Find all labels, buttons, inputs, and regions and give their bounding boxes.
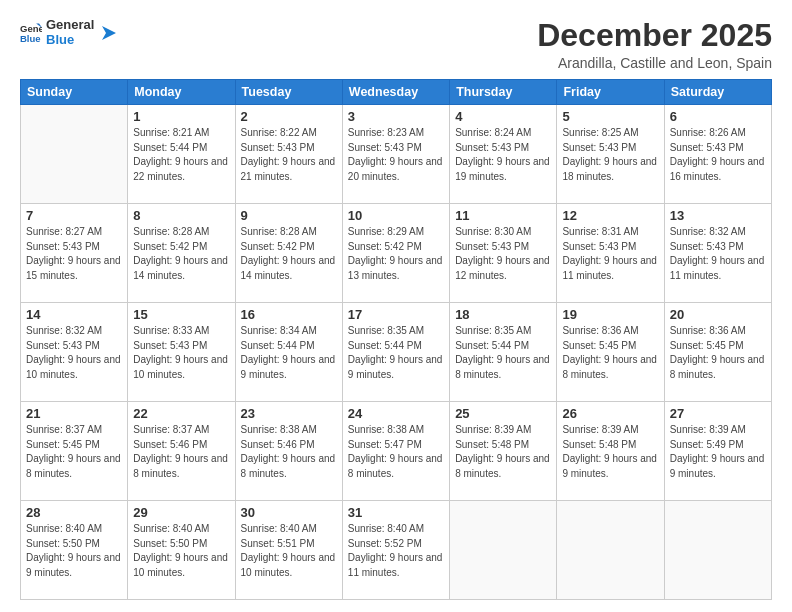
logo-blue: Blue (46, 33, 94, 48)
day-number: 1 (133, 109, 229, 124)
calendar-week-row: 1Sunrise: 8:21 AMSunset: 5:44 PMDaylight… (21, 105, 772, 204)
day-number: 17 (348, 307, 444, 322)
calendar-cell: 11Sunrise: 8:30 AMSunset: 5:43 PMDayligh… (450, 204, 557, 303)
weekday-header-sunday: Sunday (21, 80, 128, 105)
calendar-cell: 9Sunrise: 8:28 AMSunset: 5:42 PMDaylight… (235, 204, 342, 303)
cell-sun-info: Sunrise: 8:35 AMSunset: 5:44 PMDaylight:… (348, 324, 444, 382)
calendar-cell: 20Sunrise: 8:36 AMSunset: 5:45 PMDayligh… (664, 303, 771, 402)
location-subtitle: Arandilla, Castille and Leon, Spain (537, 55, 772, 71)
cell-sun-info: Sunrise: 8:31 AMSunset: 5:43 PMDaylight:… (562, 225, 658, 283)
calendar-cell: 28Sunrise: 8:40 AMSunset: 5:50 PMDayligh… (21, 501, 128, 600)
cell-sun-info: Sunrise: 8:33 AMSunset: 5:43 PMDaylight:… (133, 324, 229, 382)
cell-sun-info: Sunrise: 8:40 AMSunset: 5:52 PMDaylight:… (348, 522, 444, 580)
day-number: 28 (26, 505, 122, 520)
calendar-week-row: 14Sunrise: 8:32 AMSunset: 5:43 PMDayligh… (21, 303, 772, 402)
cell-sun-info: Sunrise: 8:25 AMSunset: 5:43 PMDaylight:… (562, 126, 658, 184)
calendar-cell: 8Sunrise: 8:28 AMSunset: 5:42 PMDaylight… (128, 204, 235, 303)
calendar-cell: 21Sunrise: 8:37 AMSunset: 5:45 PMDayligh… (21, 402, 128, 501)
calendar-week-row: 7Sunrise: 8:27 AMSunset: 5:43 PMDaylight… (21, 204, 772, 303)
calendar-cell: 10Sunrise: 8:29 AMSunset: 5:42 PMDayligh… (342, 204, 449, 303)
cell-sun-info: Sunrise: 8:28 AMSunset: 5:42 PMDaylight:… (133, 225, 229, 283)
calendar-table: SundayMondayTuesdayWednesdayThursdayFrid… (20, 79, 772, 600)
calendar-cell: 27Sunrise: 8:39 AMSunset: 5:49 PMDayligh… (664, 402, 771, 501)
day-number: 27 (670, 406, 766, 421)
day-number: 4 (455, 109, 551, 124)
calendar-cell: 17Sunrise: 8:35 AMSunset: 5:44 PMDayligh… (342, 303, 449, 402)
cell-sun-info: Sunrise: 8:24 AMSunset: 5:43 PMDaylight:… (455, 126, 551, 184)
calendar-cell (21, 105, 128, 204)
cell-sun-info: Sunrise: 8:36 AMSunset: 5:45 PMDaylight:… (670, 324, 766, 382)
day-number: 16 (241, 307, 337, 322)
cell-sun-info: Sunrise: 8:32 AMSunset: 5:43 PMDaylight:… (26, 324, 122, 382)
cell-sun-info: Sunrise: 8:39 AMSunset: 5:48 PMDaylight:… (455, 423, 551, 481)
page: General Blue General Blue December 2025 … (0, 0, 792, 612)
cell-sun-info: Sunrise: 8:32 AMSunset: 5:43 PMDaylight:… (670, 225, 766, 283)
calendar-cell: 16Sunrise: 8:34 AMSunset: 5:44 PMDayligh… (235, 303, 342, 402)
day-number: 12 (562, 208, 658, 223)
cell-sun-info: Sunrise: 8:40 AMSunset: 5:51 PMDaylight:… (241, 522, 337, 580)
calendar-cell: 24Sunrise: 8:38 AMSunset: 5:47 PMDayligh… (342, 402, 449, 501)
month-title: December 2025 (537, 18, 772, 53)
calendar-header-row: SundayMondayTuesdayWednesdayThursdayFrid… (21, 80, 772, 105)
svg-marker-3 (102, 26, 116, 40)
calendar-cell: 25Sunrise: 8:39 AMSunset: 5:48 PMDayligh… (450, 402, 557, 501)
calendar-cell: 15Sunrise: 8:33 AMSunset: 5:43 PMDayligh… (128, 303, 235, 402)
day-number: 26 (562, 406, 658, 421)
calendar-cell (450, 501, 557, 600)
calendar-cell: 14Sunrise: 8:32 AMSunset: 5:43 PMDayligh… (21, 303, 128, 402)
day-number: 13 (670, 208, 766, 223)
calendar-cell: 29Sunrise: 8:40 AMSunset: 5:50 PMDayligh… (128, 501, 235, 600)
calendar-cell: 4Sunrise: 8:24 AMSunset: 5:43 PMDaylight… (450, 105, 557, 204)
cell-sun-info: Sunrise: 8:27 AMSunset: 5:43 PMDaylight:… (26, 225, 122, 283)
calendar-cell: 3Sunrise: 8:23 AMSunset: 5:43 PMDaylight… (342, 105, 449, 204)
calendar-cell: 23Sunrise: 8:38 AMSunset: 5:46 PMDayligh… (235, 402, 342, 501)
day-number: 18 (455, 307, 551, 322)
calendar-cell: 22Sunrise: 8:37 AMSunset: 5:46 PMDayligh… (128, 402, 235, 501)
cell-sun-info: Sunrise: 8:21 AMSunset: 5:44 PMDaylight:… (133, 126, 229, 184)
cell-sun-info: Sunrise: 8:39 AMSunset: 5:48 PMDaylight:… (562, 423, 658, 481)
calendar-cell: 26Sunrise: 8:39 AMSunset: 5:48 PMDayligh… (557, 402, 664, 501)
calendar-cell: 18Sunrise: 8:35 AMSunset: 5:44 PMDayligh… (450, 303, 557, 402)
header: General Blue General Blue December 2025 … (20, 18, 772, 71)
calendar-cell: 31Sunrise: 8:40 AMSunset: 5:52 PMDayligh… (342, 501, 449, 600)
cell-sun-info: Sunrise: 8:22 AMSunset: 5:43 PMDaylight:… (241, 126, 337, 184)
title-block: December 2025 Arandilla, Castille and Le… (537, 18, 772, 71)
calendar-cell: 30Sunrise: 8:40 AMSunset: 5:51 PMDayligh… (235, 501, 342, 600)
day-number: 14 (26, 307, 122, 322)
cell-sun-info: Sunrise: 8:38 AMSunset: 5:47 PMDaylight:… (348, 423, 444, 481)
logo-arrow-icon (98, 24, 116, 42)
day-number: 3 (348, 109, 444, 124)
calendar-cell: 2Sunrise: 8:22 AMSunset: 5:43 PMDaylight… (235, 105, 342, 204)
day-number: 9 (241, 208, 337, 223)
day-number: 23 (241, 406, 337, 421)
day-number: 31 (348, 505, 444, 520)
cell-sun-info: Sunrise: 8:30 AMSunset: 5:43 PMDaylight:… (455, 225, 551, 283)
calendar-cell: 5Sunrise: 8:25 AMSunset: 5:43 PMDaylight… (557, 105, 664, 204)
day-number: 24 (348, 406, 444, 421)
logo-icon: General Blue (20, 22, 42, 44)
cell-sun-info: Sunrise: 8:34 AMSunset: 5:44 PMDaylight:… (241, 324, 337, 382)
cell-sun-info: Sunrise: 8:40 AMSunset: 5:50 PMDaylight:… (26, 522, 122, 580)
calendar-cell: 1Sunrise: 8:21 AMSunset: 5:44 PMDaylight… (128, 105, 235, 204)
day-number: 25 (455, 406, 551, 421)
weekday-header-friday: Friday (557, 80, 664, 105)
day-number: 10 (348, 208, 444, 223)
day-number: 11 (455, 208, 551, 223)
cell-sun-info: Sunrise: 8:38 AMSunset: 5:46 PMDaylight:… (241, 423, 337, 481)
cell-sun-info: Sunrise: 8:29 AMSunset: 5:42 PMDaylight:… (348, 225, 444, 283)
cell-sun-info: Sunrise: 8:28 AMSunset: 5:42 PMDaylight:… (241, 225, 337, 283)
calendar-cell: 7Sunrise: 8:27 AMSunset: 5:43 PMDaylight… (21, 204, 128, 303)
calendar-week-row: 21Sunrise: 8:37 AMSunset: 5:45 PMDayligh… (21, 402, 772, 501)
day-number: 19 (562, 307, 658, 322)
weekday-header-saturday: Saturday (664, 80, 771, 105)
day-number: 5 (562, 109, 658, 124)
calendar-week-row: 28Sunrise: 8:40 AMSunset: 5:50 PMDayligh… (21, 501, 772, 600)
cell-sun-info: Sunrise: 8:37 AMSunset: 5:45 PMDaylight:… (26, 423, 122, 481)
day-number: 30 (241, 505, 337, 520)
cell-sun-info: Sunrise: 8:36 AMSunset: 5:45 PMDaylight:… (562, 324, 658, 382)
weekday-header-monday: Monday (128, 80, 235, 105)
calendar-cell: 6Sunrise: 8:26 AMSunset: 5:43 PMDaylight… (664, 105, 771, 204)
logo: General Blue General Blue (20, 18, 116, 48)
calendar-cell: 19Sunrise: 8:36 AMSunset: 5:45 PMDayligh… (557, 303, 664, 402)
day-number: 8 (133, 208, 229, 223)
